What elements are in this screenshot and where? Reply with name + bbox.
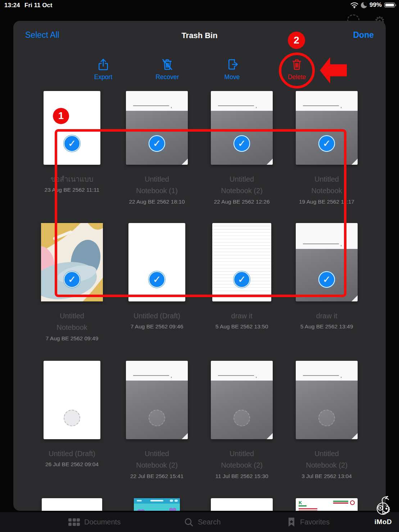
notebook-thumbnail[interactable] xyxy=(44,361,100,439)
trash-item: , Untitled Notebook (2) 11 Jul BE 2562 1… xyxy=(199,361,284,481)
item-date: 22 Jul BE 2562 15:41 xyxy=(130,472,183,481)
grid-row: Untitled (Draft) 26 Jul BE 2562 09:04 , … xyxy=(30,361,369,481)
item-title: Untitled xyxy=(230,448,254,459)
bank-logo: K xyxy=(299,500,302,505)
item-date: 11 Jul BE 2562 15:30 xyxy=(215,472,268,481)
annotation-step-1-badge: 1 xyxy=(53,108,69,124)
imod-mascot-icon xyxy=(373,496,394,518)
unselected-circle-icon xyxy=(64,410,80,426)
move-button[interactable]: Move xyxy=(210,57,254,81)
status-bar: 13:24 Fri 11 Oct 99% xyxy=(0,0,399,10)
battery-percent: 99% xyxy=(369,1,382,9)
trash-item xyxy=(30,498,114,511)
item-title-line2: Notebook (2) xyxy=(306,459,348,471)
item-title: draw it xyxy=(316,310,337,322)
trash-item xyxy=(199,498,284,511)
clock: 13:24 xyxy=(4,2,20,9)
item-title: Untitled (Draft) xyxy=(133,310,180,322)
battery-icon xyxy=(384,3,395,8)
item-title: Untitled (Draft) xyxy=(49,448,95,459)
favorites-bookmark-icon xyxy=(287,517,296,527)
grid-row: K xyxy=(30,498,369,511)
modal-header: Select All Trash Bin Done xyxy=(13,30,386,42)
tab-label: Search xyxy=(198,518,221,526)
status-date: Fri 11 Oct xyxy=(24,2,52,9)
do-not-disturb-moon-icon xyxy=(361,2,367,8)
move-document-icon xyxy=(225,57,239,72)
item-date: 7 Aug BE 2562 09:46 xyxy=(131,322,183,331)
tab-search[interactable]: Search xyxy=(184,512,221,532)
item-date: 3 Jul BE 2562 13:04 xyxy=(301,472,352,481)
tab-bar: Documents Search Favorites xyxy=(0,512,399,532)
notebook-thumbnail[interactable]: K xyxy=(296,498,358,511)
recover-label: Recover xyxy=(146,73,189,81)
hearts-cover-image xyxy=(134,498,180,511)
page-title: Trash Bin xyxy=(13,31,386,40)
recover-button[interactable]: Recover xyxy=(146,57,189,81)
share-icon xyxy=(96,57,110,72)
item-date: 26 Jul BE 2562 09:04 xyxy=(45,460,99,469)
item-title: Untitled xyxy=(60,310,84,322)
item-title: Untitled xyxy=(145,448,169,459)
export-button[interactable]: Export xyxy=(82,57,125,81)
item-date: 5 Aug BE 2562 13:49 xyxy=(300,322,353,331)
annotation-highlight-rect xyxy=(55,129,346,297)
documents-grid-icon xyxy=(68,518,80,526)
tab-favorites[interactable]: Favorites xyxy=(287,512,330,532)
notebook-thumbnail[interactable]: , xyxy=(211,361,273,439)
item-date: 5 Aug BE 2562 13:50 xyxy=(216,322,268,331)
search-icon xyxy=(184,518,194,527)
item-date: 7 Aug BE 2562 09:49 xyxy=(46,334,99,343)
recover-trash-icon xyxy=(160,57,174,72)
wifi-icon xyxy=(350,2,358,8)
notebook-thumbnail[interactable] xyxy=(134,498,180,511)
imod-watermark: iMoD xyxy=(371,496,396,526)
trash-item: , Untitled Notebook (2) 3 Jul BE 2562 13… xyxy=(284,361,369,481)
unselected-circle-icon xyxy=(233,410,250,426)
annotation-step-2-badge: 2 xyxy=(288,32,305,49)
export-label: Export xyxy=(82,73,125,81)
tab-label: Favorites xyxy=(300,518,330,526)
unselected-circle-icon xyxy=(318,410,335,426)
item-title-line2: Notebook xyxy=(56,322,87,333)
annotation-delete-circle xyxy=(279,53,315,88)
notebook-thumbnail[interactable]: , xyxy=(126,361,188,439)
trash-item xyxy=(114,498,199,511)
move-label: Move xyxy=(210,73,254,81)
screen: 13:24 Fri 11 Oct 99% ⚙ Select All Trash … xyxy=(0,0,399,532)
unselected-circle-icon xyxy=(149,410,165,426)
item-title-line2: Notebook (2) xyxy=(221,459,263,471)
item-title: Untitled xyxy=(314,448,339,459)
notebook-thumbnail[interactable]: , xyxy=(296,361,358,439)
item-title-line2: Notebook (2) xyxy=(136,459,178,471)
trash-item: , Untitled Notebook (2) 22 Jul BE 2562 1… xyxy=(114,361,199,481)
done-button[interactable]: Done xyxy=(353,30,374,40)
notebook-thumbnail[interactable] xyxy=(211,498,273,511)
imod-label: iMoD xyxy=(371,518,396,526)
tab-label: Documents xyxy=(84,518,121,526)
notebook-thumbnail[interactable] xyxy=(42,498,102,511)
tab-documents[interactable]: Documents xyxy=(68,512,121,532)
item-title: draw it xyxy=(231,310,253,322)
bank-emblem-icon xyxy=(350,500,355,505)
trash-item: Untitled (Draft) 26 Jul BE 2562 09:04 xyxy=(30,361,114,481)
trash-item: K xyxy=(284,498,369,511)
